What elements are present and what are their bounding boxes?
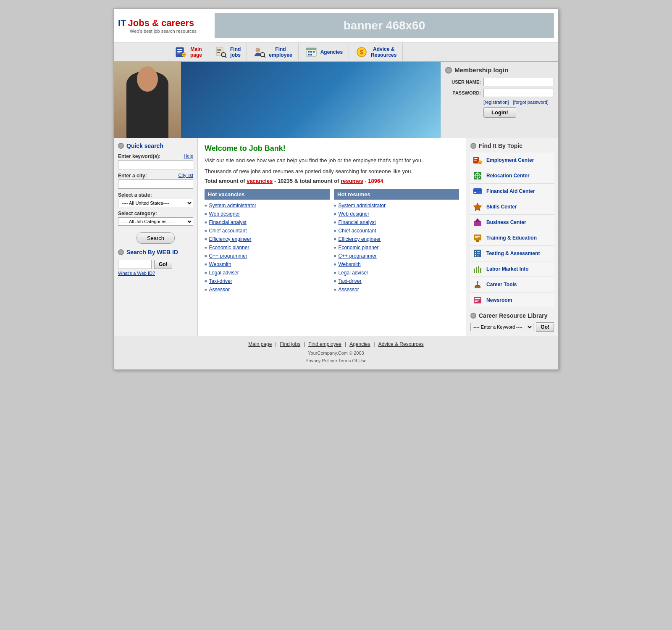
career-lib-go-button[interactable]: Go!	[536, 322, 554, 332]
city-help-link[interactable]: City list	[178, 173, 193, 179]
list-item: Economic planner	[334, 243, 459, 252]
svg-rect-55	[480, 268, 481, 273]
web-id-input[interactable]	[118, 260, 152, 269]
svg-rect-44	[476, 240, 479, 242]
svg-rect-53	[476, 267, 477, 273]
welcome-text-2: Thousands of new jobs and resumes are po…	[205, 167, 459, 176]
keyword-help-link[interactable]: Help	[184, 153, 193, 159]
topic-business-center[interactable]: Business Center	[470, 215, 554, 230]
nav-item-find-jobs[interactable]: Findjobs	[208, 43, 247, 61]
topic-testing-assessment[interactable]: Testing & Assessment	[470, 246, 554, 261]
advice-icon: $	[355, 45, 368, 59]
login-button[interactable]: Login!	[483, 107, 516, 118]
search-button[interactable]: Search	[136, 232, 175, 244]
svg-rect-49	[477, 253, 480, 254]
username-row: USER NAME:	[445, 78, 554, 86]
keyword-input[interactable]	[118, 160, 193, 169]
vacancies-link[interactable]: vacancies	[247, 178, 273, 184]
relocation-center-label: Relocation Center	[486, 173, 530, 179]
testing-assessment-icon	[472, 248, 483, 259]
topic-financial-aid[interactable]: Financial Aid Center	[470, 184, 554, 199]
header: IT Jobs & careers Web's best job search …	[114, 9, 558, 43]
svg-rect-27	[474, 160, 477, 161]
hero-image	[114, 62, 441, 138]
svg-rect-54	[478, 266, 479, 273]
financial-aid-label: Financial Aid Center	[486, 188, 535, 194]
nav-item-agencies[interactable]: Agencies	[299, 43, 349, 61]
password-input[interactable]	[483, 89, 554, 97]
state-select[interactable]: ---- All United States----	[118, 199, 193, 207]
nav-items: Mainpage Findjobs	[168, 43, 403, 61]
nav-label-find-jobs: Findjobs	[230, 46, 241, 58]
forgot-link[interactable]: [forgot password]	[513, 100, 549, 105]
career-tools-label: Career Tools	[486, 282, 517, 287]
agencies-icon	[304, 45, 318, 59]
find-topic-title: Find It By Topic	[470, 142, 554, 149]
nav-item-main-page[interactable]: Mainpage	[168, 43, 208, 61]
footer: Main page | Find jobs | Find employee | …	[114, 336, 558, 369]
topic-training-education[interactable]: Training & Education	[470, 230, 554, 246]
registration-link[interactable]: [registration]	[483, 100, 509, 105]
career-lib-circle	[470, 313, 476, 319]
footer-link-advice[interactable]: Advice & Resources	[378, 341, 424, 347]
banner-area: banner 468x60	[215, 13, 554, 38]
svg-rect-52	[474, 269, 475, 273]
footer-link-find-jobs[interactable]: Find jobs	[280, 341, 300, 347]
footer-link-find-employee[interactable]: Find employee	[308, 341, 341, 347]
nav-label-find-employee: Findemployee	[269, 46, 292, 58]
hero-person	[114, 62, 181, 138]
employment-center-icon: $	[472, 155, 483, 166]
svg-point-14	[260, 53, 265, 57]
svg-line-12	[225, 56, 226, 58]
career-tools-icon	[472, 279, 483, 290]
topic-employment-center[interactable]: $ Employment Center	[470, 153, 554, 168]
topic-labor-market[interactable]: Labor Market Info	[470, 261, 554, 277]
username-input[interactable]	[483, 78, 554, 86]
list-item: Assessor	[334, 285, 459, 294]
relocation-center-icon	[472, 170, 483, 181]
resumes-link[interactable]: resumes	[341, 178, 363, 184]
quick-search-circle	[118, 143, 124, 149]
svg-rect-9	[217, 50, 221, 51]
web-id-row: Go!	[118, 260, 193, 269]
svg-rect-22	[310, 54, 312, 55]
nav-item-advice[interactable]: $ Advice &Resources	[349, 43, 403, 61]
svg-rect-3	[177, 53, 181, 53]
city-input[interactable]	[118, 179, 193, 189]
hot-vacancies-table: Hot vacancies System administrator Web d…	[205, 189, 330, 294]
category-select[interactable]: ---- All Job Categories ----	[118, 217, 193, 226]
career-lib-select[interactable]: ---- Enter a Keyword ----	[470, 323, 533, 331]
welcome-text-1: Visit our site and see how we can help y…	[205, 156, 459, 165]
keyword-field-label: Enter keyword(s): Help	[118, 153, 193, 159]
find-employee-icon	[253, 45, 266, 59]
business-center-icon	[472, 217, 483, 228]
svg-rect-19	[310, 51, 312, 53]
skills-center-icon	[472, 201, 483, 212]
labor-market-icon	[472, 264, 483, 274]
person-head	[137, 66, 158, 92]
topic-career-tools[interactable]: Career Tools	[470, 277, 554, 293]
svg-rect-48	[475, 253, 476, 254]
list-item: Legal adviser	[334, 269, 459, 277]
svg-rect-46	[475, 251, 476, 252]
nav-item-find-employee[interactable]: Findemployee	[247, 43, 298, 61]
training-education-icon	[472, 232, 483, 243]
footer-link-agencies[interactable]: Agencies	[349, 341, 370, 347]
topic-relocation-center[interactable]: Relocation Center	[470, 168, 554, 184]
svg-text:$: $	[360, 49, 363, 55]
svg-rect-47	[477, 251, 480, 252]
nav-label-agencies: Agencies	[320, 49, 343, 55]
city-field-label: Enter a city: City list	[118, 173, 193, 179]
logo-icon: IT	[118, 18, 126, 29]
find-jobs-icon	[214, 45, 228, 59]
svg-rect-2	[177, 51, 182, 52]
financial-aid-icon	[472, 186, 483, 197]
what-webid-link[interactable]: What's a Web ID?	[118, 271, 193, 276]
topic-skills-center[interactable]: Skills Center	[470, 199, 554, 215]
svg-rect-50	[475, 255, 476, 256]
topic-newsroom[interactable]: Newsroom	[470, 293, 554, 308]
footer-link-main[interactable]: Main page	[248, 341, 272, 347]
web-id-go-button[interactable]: Go!	[154, 260, 172, 269]
hero-section: Membership login USER NAME: PASSWORD: [r…	[114, 62, 558, 138]
login-links: [registration] [forgot password]	[483, 100, 554, 105]
